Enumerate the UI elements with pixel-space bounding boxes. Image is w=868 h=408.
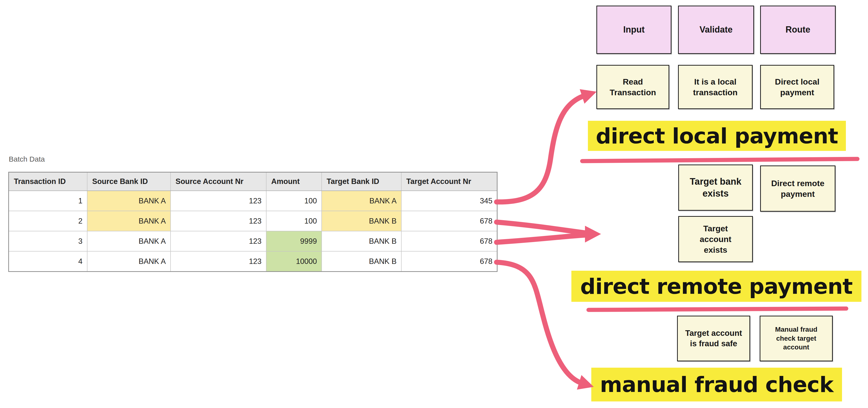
table-header-row: Transaction ID Source Bank ID Source Acc… <box>9 172 497 191</box>
table-header-cell: Source Account Nr <box>170 172 266 191</box>
table-cell: 678 <box>401 251 497 272</box>
table-cell: 678 <box>401 211 497 231</box>
check-box-target-account-fraud-safe: Target account is fraud safe <box>677 316 750 361</box>
table-cell: 9999 <box>266 231 322 251</box>
outcome-direct-local-payment: direct local payment <box>588 121 846 151</box>
table-cell: BANK A <box>87 251 170 272</box>
table-cell: 123 <box>170 251 266 272</box>
step-box-read-transaction: Read Transaction <box>596 65 669 109</box>
table-cell: 4 <box>9 251 87 272</box>
table-cell: 678 <box>401 231 497 251</box>
table-cell: BANK A <box>87 231 170 251</box>
stage-box-validate: Validate <box>678 6 754 54</box>
table-cell: BANK B <box>322 251 401 272</box>
diagram-canvas: Batch Data Transaction ID Source Bank ID… <box>0 0 868 408</box>
table-cell: 123 <box>170 191 266 211</box>
batch-data-label: Batch Data <box>9 155 45 163</box>
table-cell: BANK A <box>87 191 170 211</box>
step-box-local-transaction: It is a local transaction <box>678 65 753 109</box>
arrow-row1-to-read-transaction <box>497 95 585 202</box>
table-header-cell: Target Bank ID <box>322 172 401 191</box>
table-header-cell: Amount <box>266 172 322 191</box>
check-box-direct-remote-payment: Direct remote payment <box>760 166 835 212</box>
table-cell: 123 <box>170 231 266 251</box>
table-cell: 3 <box>9 231 87 251</box>
outcome-underline-2 <box>586 307 848 312</box>
table-header-cell: Transaction ID <box>9 172 87 191</box>
table-cell: 2 <box>9 211 87 231</box>
table-row: 3BANK A1239999BANK B678 <box>9 231 497 251</box>
table-row: 2BANK A123100BANK B678 <box>9 211 497 231</box>
table-cell: 345 <box>401 191 497 211</box>
table-cell: 1 <box>9 191 87 211</box>
stage-box-route: Route <box>760 6 836 54</box>
check-box-target-account-exists: Target account exists <box>678 216 753 262</box>
stage-box-input: Input <box>596 6 672 54</box>
outcome-underline-1 <box>580 157 860 163</box>
table-row: 1BANK A123100BANK A345 <box>9 191 497 211</box>
table-cell: BANK B <box>322 211 401 231</box>
merge-arrowhead <box>585 226 601 242</box>
table-header-cell: Target Account Nr <box>401 172 497 191</box>
table-cell: 100 <box>266 211 322 231</box>
check-box-target-bank-exists: Target bank exists <box>678 165 753 211</box>
table-cell: 123 <box>170 211 266 231</box>
table-cell: 100 <box>266 191 322 211</box>
arrow-row3-to-merge <box>497 235 591 242</box>
arrow-row2-to-merge <box>497 222 591 234</box>
table-cell: BANK A <box>322 191 401 211</box>
table-cell: BANK B <box>322 231 401 251</box>
outcome-manual-fraud-check: manual fraud check <box>591 368 842 402</box>
table-cell: BANK A <box>87 211 170 231</box>
table-header-cell: Source Bank ID <box>87 172 170 191</box>
arrow-row4-to-manual-fraud-check <box>497 262 582 383</box>
check-box-manual-fraud-check: Manual fraud check target account <box>760 316 833 361</box>
batch-data-table: Transaction ID Source Bank ID Source Acc… <box>8 172 498 272</box>
table-cell: 10000 <box>266 251 322 272</box>
step-box-direct-local-payment: Direct local payment <box>760 65 834 109</box>
table-row: 4BANK A12310000BANK B678 <box>9 251 497 272</box>
outcome-direct-remote-payment: direct remote payment <box>571 271 862 302</box>
